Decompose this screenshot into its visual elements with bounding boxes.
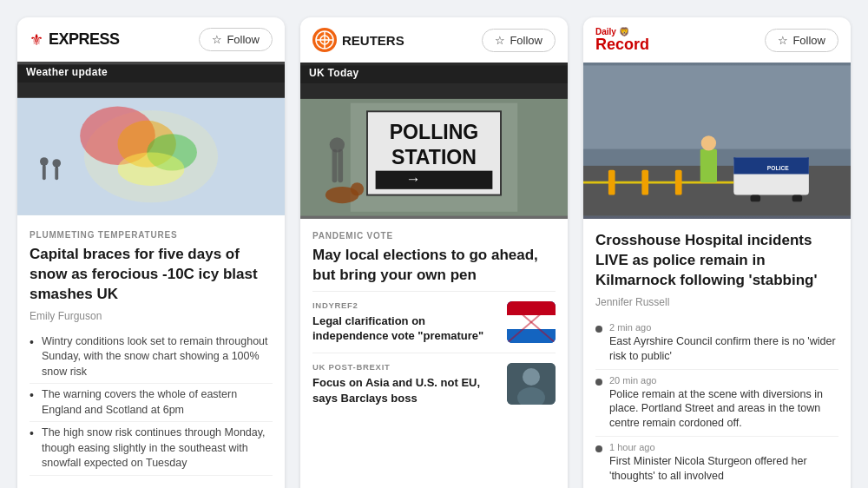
star-icon: ☆ [212,33,222,46]
star-icon: ☆ [778,34,788,47]
reuters-card-body: PANDEMIC VOTE May local elections to go … [300,219,568,488]
express-author: Emily Furguson [30,310,273,322]
live-item-3: 1 hour ago First Minister Nicola Sturgeo… [595,437,838,488]
live-item-1: 2 min ago East Ayrshire Council confirm … [595,317,838,370]
live-time-1: 2 min ago [609,322,838,333]
news-cards-container: ⚜ EXPRESS ☆ Follow Weather update [17,17,851,488]
express-bullet-1: Wintry conditions look set to remain thr… [30,331,273,385]
daily-record-image: POLICE [583,63,851,219]
svg-rect-10 [55,167,58,180]
express-card-body: PLUMMETING TEMPERATURES Capital braces f… [17,218,285,488]
sub2-thumb [507,363,556,405]
daily-record-card-header: Daily 🦁 Record ☆ Follow [583,17,851,63]
daily-record-source-logo: Daily 🦁 Record [595,28,649,52]
svg-text:POLICE: POLICE [767,165,790,171]
express-crest-icon: ⚜ [30,30,43,49]
express-card: ⚜ EXPRESS ☆ Follow Weather update [17,17,285,488]
express-source-logo: ⚜ EXPRESS [30,30,120,49]
reuters-logo-icon [312,28,337,52]
svg-rect-39 [583,65,851,148]
express-category: PLUMMETING TEMPERATURES [30,230,273,240]
live-dot-1 [595,326,602,333]
svg-rect-43 [751,195,761,202]
live-time-3: 1 hour ago [609,442,838,452]
svg-rect-26 [338,149,343,183]
daily-record-headline[interactable]: Crosshouse Hospital incidents LIVE as po… [595,231,838,291]
reuters-category: PANDEMIC VOTE [312,231,556,241]
daily-record-follow-button[interactable]: ☆ Follow [765,29,838,52]
express-name: EXPRESS [49,30,120,49]
sub1-title[interactable]: Legal clarification on independence vote… [312,313,500,344]
reuters-follow-button[interactable]: ☆ Follow [482,29,556,52]
live-dot-2 [595,379,602,386]
svg-text:POLLING: POLLING [390,121,479,143]
live-updates-list: 2 min ago East Ayrshire Council confirm … [595,317,838,488]
sub2-category: UK POST-BREXIT [312,362,500,372]
reuters-name: REUTERS [342,33,404,48]
svg-rect-47 [700,149,717,183]
sub1-category: INDYREF2 [312,300,500,310]
express-bullet-2: The warning covers the whole of eastern … [30,384,273,422]
svg-point-11 [52,159,61,168]
live-text-1: East Ayrshire Council confirm there is n… [609,334,838,364]
svg-rect-8 [43,165,46,180]
reuters-image: UK Today POLLING STATION → [300,63,568,219]
live-text-2: Police remain at the scene with diversio… [609,387,838,432]
star-icon: ☆ [495,34,505,47]
daily-record-author: Jennifer Russell [595,296,838,308]
daily-record-svg: POLICE [583,63,851,219]
reuters-sub-article-1: INDYREF2 Legal clarification on independ… [312,291,556,353]
svg-point-48 [701,135,716,150]
svg-rect-49 [608,170,615,195]
svg-rect-27 [332,149,338,183]
daily-record-logo: Daily 🦁 Record [595,28,649,52]
svg-rect-22 [376,171,493,189]
svg-text:→: → [405,170,420,188]
reuters-source-logo: REUTERS [312,28,404,52]
svg-point-25 [351,182,364,195]
daily-record-card-body: Crosshouse Hospital incidents LIVE as po… [583,219,851,488]
express-bullets: Wintry conditions look set to remain thr… [30,331,273,476]
weather-map-svg [17,62,285,218]
sub2-title[interactable]: Focus on Asia and U.S. not EU, says Barc… [312,375,500,406]
reuters-card-header: REUTERS ☆ Follow [300,17,568,63]
reuters-image-label: UK Today [300,63,568,83]
express-bullet-3: The high snow risk continues through Mon… [30,422,273,476]
sub1-thumb [507,301,556,343]
live-item-2: 20 min ago Police remain at the scene wi… [595,370,838,438]
svg-rect-50 [641,170,648,195]
reuters-headline[interactable]: May local elections to go ahead, but bri… [312,246,556,286]
daily-record-card: Daily 🦁 Record ☆ Follow POL [583,17,851,488]
express-image-label: Weather update [17,62,285,82]
svg-point-7 [118,152,185,186]
reuters-sub-article-2: UK POST-BREXIT Focus on Asia and U.S. no… [312,353,556,414]
express-follow-button[interactable]: ☆ Follow [199,28,273,51]
svg-point-9 [40,157,49,166]
express-image: Weather update [17,62,285,218]
reuters-card: REUTERS ☆ Follow UK Today POLLING STATIO… [300,17,568,488]
live-dot-3 [595,445,602,452]
live-text-3: First Minister Nicola Sturgeon offered h… [609,454,838,484]
svg-point-28 [330,137,345,152]
svg-rect-51 [675,170,682,195]
express-headline[interactable]: Capital braces for five days of snow as … [30,245,273,305]
svg-point-36 [523,368,540,386]
express-card-header: ⚜ EXPRESS ☆ Follow [17,17,285,62]
polling-svg: POLLING STATION → [300,63,568,219]
live-time-2: 20 min ago [609,375,838,386]
svg-text:STATION: STATION [391,146,477,168]
svg-rect-44 [792,195,803,202]
